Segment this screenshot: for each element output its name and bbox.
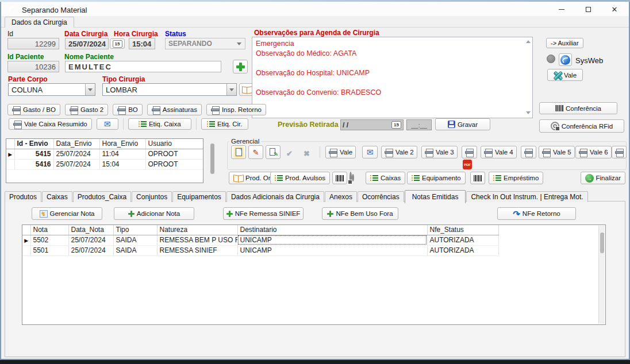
close-button[interactable]: ✕ [601,2,628,17]
tipo-cirurgia-combo[interactable]: LOMBAR [102,83,237,96]
etiq-caixa-button[interactable]: Etiq. Caixa [128,118,191,130]
table-row[interactable]: 5416 25/07/2024 15:04 OPROOT [6,159,203,169]
cancel-button[interactable]: ✖ [304,148,310,158]
id-paciente-field[interactable]: 10236 [7,61,59,72]
nome-paciente-field[interactable]: EMULTEC [65,61,221,72]
parte-corpo-combo[interactable]: COLUNA [8,83,95,96]
scrollbar-thumb[interactable] [600,233,604,253]
gerenciar-nota-button[interactable]: ↯Gerenciar Nota [32,207,102,220]
emprestimo-button[interactable]: Empréstimo [489,172,543,184]
nfe-bem-uso-fora-button[interactable]: NFe Bem Uso Fora [322,207,398,220]
hora-cirurgia-field[interactable]: 15:04 [129,38,155,49]
tab-conjuntos[interactable]: Conjuntos [132,191,172,202]
observacoes-textarea[interactable]: Emergencia Observação do Médico: AGATA O… [252,37,533,118]
minimize-button[interactable] [548,2,575,17]
dropdown-button[interactable] [226,84,236,95]
previsao-time-field[interactable]: __:__ [406,119,432,130]
add-paciente-button[interactable] [233,60,248,73]
bo-button[interactable]: BO [113,104,143,115]
rfid-reader-button[interactable] [349,173,352,183]
barcode-button[interactable] [470,172,485,184]
scroll-down-arrow[interactable] [526,111,531,114]
cell-data-envio[interactable]: 25/07/2024 [53,149,99,159]
caixas-button[interactable]: Caixas [366,172,405,184]
gravar-button[interactable]: Gravar [435,118,490,130]
maximize-button[interactable] [575,2,601,17]
confirm-button[interactable]: ✔ [286,148,293,158]
vale-button[interactable]: Vale [325,146,356,158]
vale3-button[interactable]: Vale 3 [421,146,458,158]
cell-tipo[interactable]: SAIDA [113,235,157,245]
tab-equipamentos[interactable]: Equipamentos [172,191,226,202]
nfe-retorno-button[interactable]: ↷NFe Retorno [497,207,576,220]
cell-id-envio[interactable]: 5415 [14,149,53,159]
tab-dados-adicionais[interactable]: Dados Adicionais da Cirurgia [226,191,324,202]
tab-checkinout[interactable]: Check In Out Instrum. | Entrega Mot. [466,191,587,202]
etiq-cir-button[interactable]: Etiq. Cir. [201,118,248,130]
tab-caixas[interactable]: Caixas [42,191,72,202]
prod-avulsos-button[interactable]: Prod. Avulsos [270,172,330,184]
tab-produtos-caixa[interactable]: Produtos_Caixa [73,191,131,202]
dropdown-button[interactable] [85,84,95,95]
equipamento-button[interactable]: Equipamento [407,172,466,184]
nfe-remessa-siniet-button[interactable]: NFe Remessa SINIEF [223,207,304,220]
print-vale4-button[interactable] [521,146,536,158]
cell-nfe-status[interactable]: AUTORIZADA [427,245,498,255]
adicionar-nota-button[interactable]: Adicionar Nota [114,207,194,220]
data-cirurgia-calendar-button[interactable]: 15 [110,38,125,49]
data-cirurgia-field[interactable]: 25/07/2024 [65,38,109,49]
assinaturas-button[interactable]: Assinaturas [147,104,202,115]
print-vale3-button[interactable] [462,146,477,158]
auxiliar-button[interactable]: -> Auxiliar [546,38,583,48]
cell-usuario[interactable]: OPROOT [145,159,203,169]
edit-record-button[interactable]: ✎ [248,145,263,159]
conferencia-rfid-button[interactable]: Conferência RFid [539,119,624,133]
cell-data-nota[interactable]: 25/07/2024 [68,235,113,245]
vale5-button[interactable]: Vale 5 [539,146,575,158]
gasto2-button[interactable]: Gasto 2 [65,104,108,115]
tab-dados-da-cirurgia[interactable]: Dados da Cirurgia [5,17,74,28]
pdf-icon[interactable]: PDF [463,160,472,169]
cell-nfe-status[interactable]: AUTORIZADA [427,235,498,245]
tab-ocorrencias[interactable]: Ocorrências [358,191,404,202]
calendar-icon[interactable]: 15 [391,121,401,129]
previsao-date-field[interactable]: / / 15 [340,119,404,130]
cell-destinatario[interactable]: UNICAMP [237,245,427,255]
scroll-up-arrow[interactable] [526,40,531,43]
email-button[interactable]: ✉ [97,118,118,130]
notas-grid-scrollbar[interactable] [598,226,605,324]
tab-notas-emitidas[interactable]: Notas Emitidas [405,190,466,203]
cell-usuario[interactable]: OPROOT [145,149,203,159]
cell-data-envio[interactable]: 25/07/2024 [53,159,99,169]
vale2-button[interactable]: Vale 2 [381,146,417,158]
table-row[interactable]: 5501 25/07/2024 SAIDA REMESSA SINIEF UNI… [22,245,498,255]
email-vale-button[interactable]: ✉ [362,146,378,158]
cell-natureza[interactable]: REMESSA SINIEF [157,245,237,255]
id-field[interactable]: 12299 [7,38,59,49]
vale4-button[interactable]: Vale 4 [481,146,517,158]
table-row[interactable]: ▶ 5415 25/07/2024 11:04 OPROOT [6,149,203,159]
cell-destinatario[interactable]: UNICAMP [237,235,427,245]
cell-data-nota[interactable]: 25/07/2024 [68,245,113,255]
cell-tipo[interactable]: SAIDA [113,245,157,255]
vale-side-button[interactable]: Vale [547,69,583,81]
envio-grid-scrollbar[interactable] [210,144,214,174]
cell-hora-envio[interactable]: 11:04 [99,149,145,159]
vale6-button[interactable]: Vale 6 [575,146,612,158]
status-combo[interactable]: SEPARANDO [165,38,245,49]
cell-id-envio[interactable]: 5416 [14,159,53,169]
insp-retorno-button[interactable]: Insp. Retorno [206,104,266,115]
print-vale6-button[interactable] [612,146,627,158]
table-row[interactable]: ▶ 5502 25/07/2024 SAIDA REMESSA BEM P US… [22,235,498,245]
vale-caixa-resumido-button[interactable]: Vale Caixa Resumido [9,118,92,130]
cell-natureza[interactable]: REMESSA BEM P USO FORA [157,235,237,245]
new-record-button[interactable] [231,145,246,159]
cell-hora-envio[interactable]: 15:04 [99,159,145,169]
gasto-bo-button[interactable]: Gasto / BO [7,104,60,115]
barcode-button[interactable] [332,172,347,184]
tab-anexos[interactable]: Anexos [325,191,357,202]
cell-nota[interactable]: 5501 [30,245,68,255]
cell-nota[interactable]: 5502 [30,235,68,245]
titlebar[interactable] [1,2,629,17]
tab-produtos[interactable]: Produtos [5,191,41,202]
